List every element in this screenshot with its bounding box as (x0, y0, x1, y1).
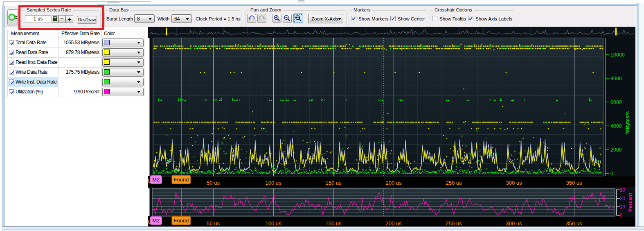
svg-text:M2: M2 (152, 177, 160, 183)
svg-text:4000: 4000 (610, 123, 622, 129)
svg-text:350 us: 350 us (566, 180, 582, 186)
svg-text:50 us: 50 us (207, 220, 220, 226)
svg-text:Found: Found (173, 177, 189, 183)
svg-text:20: 20 (620, 196, 626, 202)
svg-text:250 us: 250 us (446, 180, 462, 186)
svg-text:300 us: 300 us (506, 180, 522, 186)
svg-text:10000: 10000 (610, 52, 625, 58)
svg-text:6000: 6000 (610, 100, 622, 105)
svg-text:150 us: 150 us (325, 220, 342, 226)
svg-text:300 us: 300 us (506, 220, 522, 226)
svg-text:10: 10 (620, 204, 626, 210)
svg-text:350 us: 350 us (566, 220, 582, 226)
svg-text:0: 0 (610, 171, 613, 177)
svg-text:100 us: 100 us (265, 180, 281, 186)
svg-text:250 us: 250 us (446, 220, 462, 226)
svg-text:100 us: 100 us (265, 220, 281, 226)
svg-text:Found: Found (173, 217, 189, 224)
svg-text:M2: M2 (152, 217, 160, 224)
svg-text:30: 30 (620, 187, 626, 193)
svg-text:50 us: 50 us (207, 180, 220, 186)
svg-text:200 us: 200 us (385, 220, 402, 226)
svg-text:Percent: Percent (628, 192, 633, 212)
svg-text:2000: 2000 (610, 147, 622, 153)
svg-text:MBytes/s: MBytes/s (625, 111, 630, 134)
svg-text:150 us: 150 us (325, 180, 342, 186)
svg-text:8000: 8000 (610, 76, 622, 82)
svg-text:200 us: 200 us (385, 180, 402, 186)
